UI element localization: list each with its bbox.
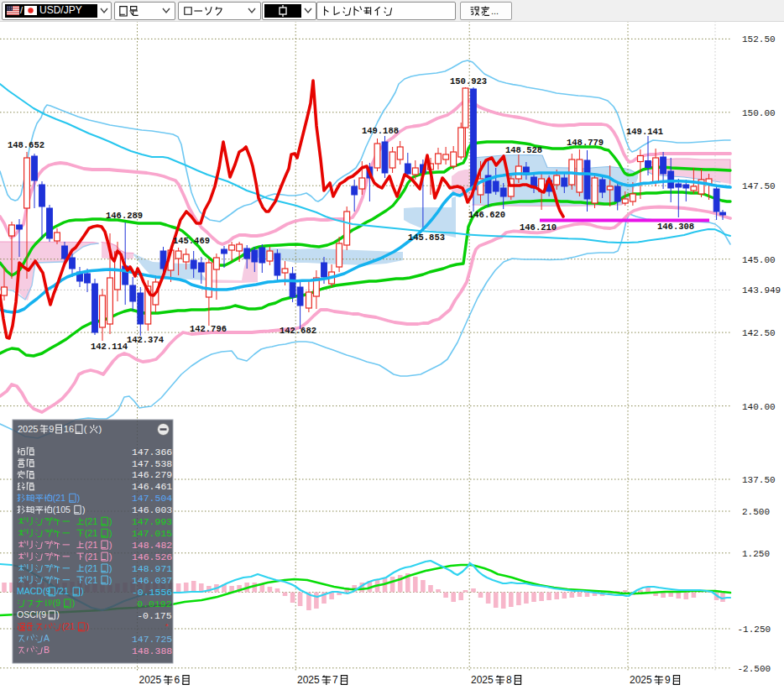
svg-text:146.037: 146.037 xyxy=(132,575,172,586)
svg-text:147.504: 147.504 xyxy=(132,493,172,504)
svg-text:(21: (21 xyxy=(85,516,97,526)
svg-text:148.388: 148.388 xyxy=(132,646,172,656)
svg-text:149.141: 149.141 xyxy=(626,127,663,137)
svg-text:148.528: 148.528 xyxy=(505,145,542,155)
svg-text:148.779: 148.779 xyxy=(567,138,604,148)
svg-text:146.308: 146.308 xyxy=(657,222,694,232)
svg-text:145.469: 145.469 xyxy=(173,236,210,246)
svg-text:146.620: 146.620 xyxy=(468,210,505,220)
svg-text:): ) xyxy=(77,493,81,503)
svg-text:): ) xyxy=(86,621,90,631)
svg-text:2025: 2025 xyxy=(297,674,320,686)
svg-text:9: 9 xyxy=(665,674,671,686)
svg-text:/21: /21 xyxy=(56,586,69,596)
svg-text:(9: (9 xyxy=(53,598,60,608)
svg-text:): ) xyxy=(109,540,112,550)
svg-text:(21: (21 xyxy=(85,551,97,562)
svg-text:142.114: 142.114 xyxy=(91,342,128,352)
svg-text:146.279: 146.279 xyxy=(132,469,172,480)
svg-text:147.725: 147.725 xyxy=(132,634,172,645)
svg-text:MACD(9: MACD(9 xyxy=(17,586,50,596)
svg-text:): ) xyxy=(56,609,60,619)
svg-text:7: 7 xyxy=(332,674,338,686)
svg-text:): ) xyxy=(109,528,112,538)
svg-text:...: ... xyxy=(491,6,499,16)
svg-text:150.00: 150.00 xyxy=(742,108,776,118)
svg-text:-1.250: -1.250 xyxy=(738,625,771,635)
svg-text:146.210: 146.210 xyxy=(520,222,557,233)
svg-text:148.482: 148.482 xyxy=(132,540,172,551)
svg-text:148.971: 148.971 xyxy=(132,563,172,574)
svg-text:142.50: 142.50 xyxy=(742,328,776,338)
svg-text:(21: (21 xyxy=(53,493,65,503)
svg-text:*: * xyxy=(165,624,169,632)
svg-text:147.538: 147.538 xyxy=(132,458,172,469)
svg-text:): ) xyxy=(82,504,86,515)
svg-text:1.250: 1.250 xyxy=(742,549,770,559)
svg-text:(105: (105 xyxy=(53,504,71,515)
svg-text:140.00: 140.00 xyxy=(742,402,776,412)
svg-text:(21: (21 xyxy=(85,575,97,585)
svg-text:9: 9 xyxy=(49,424,54,434)
svg-text:): ) xyxy=(109,575,112,585)
svg-text:(: ( xyxy=(84,424,87,434)
svg-text:-2.500: -2.500 xyxy=(738,664,771,674)
svg-text:146.461: 146.461 xyxy=(132,481,172,492)
svg-text:0.0192: 0.0192 xyxy=(137,599,172,609)
svg-text:145.00: 145.00 xyxy=(742,255,776,265)
svg-text:A: A xyxy=(44,633,50,643)
svg-text:149.188: 149.188 xyxy=(362,126,399,136)
svg-text:-0.1556: -0.1556 xyxy=(132,587,172,598)
svg-text:8: 8 xyxy=(506,674,512,686)
svg-text:142.374: 142.374 xyxy=(127,335,164,345)
svg-text:150.923: 150.923 xyxy=(450,76,487,86)
svg-text:147.015: 147.015 xyxy=(132,528,172,539)
svg-text:): ) xyxy=(98,424,102,434)
svg-text:147.366: 147.366 xyxy=(132,447,172,457)
svg-text:6: 6 xyxy=(175,674,180,686)
svg-text:146.526: 146.526 xyxy=(132,551,172,562)
svg-text:2.500: 2.500 xyxy=(742,507,770,517)
svg-text:145.853: 145.853 xyxy=(408,233,445,243)
svg-text:B: B xyxy=(44,645,50,655)
svg-text:152.50: 152.50 xyxy=(742,34,776,44)
svg-text:2025: 2025 xyxy=(18,424,38,434)
svg-text:2025: 2025 xyxy=(139,674,162,686)
svg-text:142.796: 142.796 xyxy=(190,324,227,334)
svg-text:OSCI(9: OSCI(9 xyxy=(17,609,46,619)
svg-text:): ) xyxy=(109,516,112,526)
svg-text:2025: 2025 xyxy=(471,674,494,686)
svg-text:147.993: 147.993 xyxy=(132,516,172,527)
svg-text:2025: 2025 xyxy=(630,674,652,686)
svg-text:137.50: 137.50 xyxy=(742,475,776,485)
svg-text:): ) xyxy=(109,551,112,562)
svg-text:(21: (21 xyxy=(85,528,97,538)
svg-text:(21: (21 xyxy=(62,621,75,631)
svg-text:-0.175: -0.175 xyxy=(137,610,172,621)
svg-text:16: 16 xyxy=(64,424,74,434)
svg-text:): ) xyxy=(81,586,84,596)
svg-text:146.003: 146.003 xyxy=(132,504,172,515)
svg-text:142.682: 142.682 xyxy=(280,326,316,336)
svg-text:): ) xyxy=(72,598,76,608)
svg-text:143.949: 143.949 xyxy=(742,285,781,295)
svg-text:(21: (21 xyxy=(85,540,97,550)
svg-text:146.289: 146.289 xyxy=(106,211,143,221)
svg-text:(21: (21 xyxy=(85,563,97,573)
svg-text:): ) xyxy=(109,563,112,573)
svg-text:147.50: 147.50 xyxy=(742,181,776,191)
svg-text:148.652: 148.652 xyxy=(8,140,44,150)
